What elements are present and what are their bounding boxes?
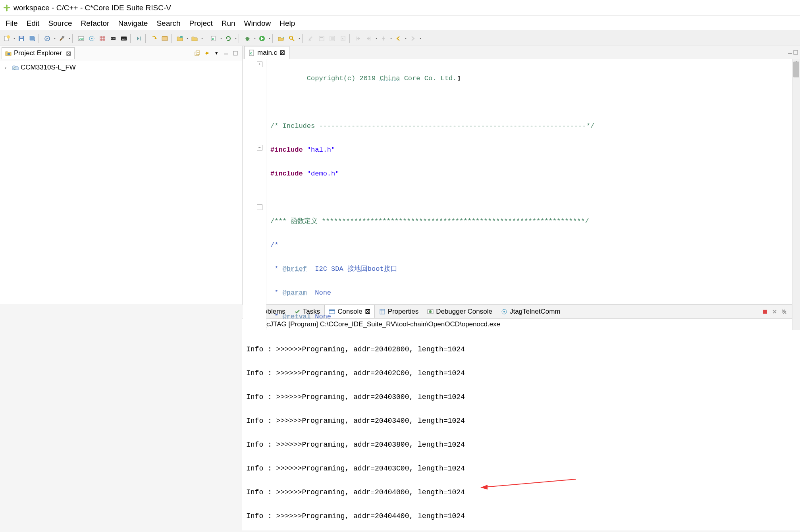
menu-help[interactable]: Help — [276, 17, 299, 29]
scroll-thumb[interactable] — [793, 62, 799, 77]
svg-rect-43 — [319, 36, 324, 41]
new-dropdown[interactable]: ▾ — [12, 33, 16, 44]
editor-minimize-icon[interactable] — [787, 50, 793, 55]
editor-tab-close-icon[interactable]: ⊠ — [280, 48, 285, 57]
project-explorer-close-icon[interactable]: ⊠ — [64, 50, 71, 57]
svg-text:010: 010 — [79, 37, 84, 40]
editor-tab-main-c[interactable]: c main.c ⊠ — [244, 46, 289, 59]
tool-skip[interactable] — [134, 33, 144, 44]
tool-register[interactable] — [160, 33, 170, 44]
save-all-button[interactable] — [27, 33, 37, 44]
search-button[interactable] — [287, 33, 297, 44]
collapse-all-icon[interactable] — [193, 49, 202, 58]
new-c-button[interactable]: c — [208, 33, 219, 44]
new-project-button[interactable] — [189, 33, 200, 44]
project-explorer-tab[interactable]: Project Explorer ⊠ — [2, 47, 75, 59]
svg-text:CPU: CPU — [111, 37, 116, 40]
nav-01[interactable] — [353, 33, 363, 44]
new-c-dropdown[interactable]: ▾ — [219, 33, 223, 44]
tool-stepinto[interactable] — [149, 33, 159, 44]
new-folder-dropdown[interactable]: ▾ — [185, 33, 189, 44]
nav-02-dropdown[interactable]: ▾ — [374, 33, 378, 44]
run-dropdown[interactable]: ▾ — [268, 33, 271, 44]
fold-collapse-icon-2[interactable]: − — [257, 204, 262, 210]
svg-point-3 — [6, 9, 8, 11]
new-button[interactable] — [2, 33, 12, 44]
save-button[interactable] — [16, 33, 27, 44]
svg-text:c: c — [212, 37, 214, 41]
hammer-dropdown[interactable]: ▾ — [67, 33, 71, 44]
hammer-button[interactable] — [57, 33, 67, 44]
svg-point-1 — [6, 4, 8, 7]
menu-refactor[interactable]: Refactor — [77, 17, 114, 29]
tool-010[interactable]: 010 — [76, 33, 86, 44]
svg-text:+: + — [181, 36, 182, 38]
maximize-icon[interactable] — [231, 49, 240, 58]
tool-grid[interactable] — [97, 33, 108, 44]
svg-line-37 — [245, 40, 246, 40]
edit-02[interactable] — [316, 33, 327, 44]
new-project-dropdown[interactable]: ▾ — [200, 33, 204, 44]
project-explorer-label: Project Explorer — [14, 49, 62, 57]
edit-01[interactable] — [306, 33, 316, 44]
menu-project[interactable]: Project — [185, 17, 217, 29]
expand-icon[interactable]: › — [5, 65, 10, 70]
svg-rect-42 — [309, 36, 312, 39]
console-output[interactable]: Info : >>>>>>Programing, addr=20402800, … — [242, 330, 800, 530]
svg-rect-9 — [20, 36, 23, 38]
nav-03-dropdown[interactable]: ▾ — [389, 33, 393, 44]
tool-terminal[interactable]: C:\ — [119, 33, 129, 44]
debug-dropdown[interactable]: ▾ — [253, 33, 256, 44]
tree-item-label[interactable]: CCM3310S-L_FW — [21, 64, 76, 71]
sidebar: Project Explorer ⊠ ▾ › C CCM3310S-L_FW — [0, 46, 242, 304]
tool-1-dropdown[interactable]: ▾ — [53, 33, 56, 44]
debug-button[interactable] — [242, 33, 253, 44]
work-area: Project Explorer ⊠ ▾ › C CCM3310S-L_FW c… — [0, 46, 800, 304]
tool-1[interactable] — [42, 33, 52, 44]
forward-button[interactable] — [408, 33, 418, 44]
open-resource-button[interactable] — [276, 33, 286, 44]
minimize-icon[interactable] — [222, 49, 230, 58]
editor-maximize-icon[interactable] — [793, 50, 798, 55]
edit-03[interactable] — [327, 33, 337, 44]
menu-window[interactable]: Window — [240, 17, 275, 29]
menu-navigate[interactable]: Navigate — [114, 17, 152, 29]
svg-point-0 — [6, 7, 8, 9]
tool-cpu[interactable]: CPU — [108, 33, 118, 44]
project-icon: C — [12, 64, 19, 71]
nav-03[interactable] — [378, 33, 389, 44]
menu-file[interactable]: File — [2, 17, 22, 29]
svg-line-41 — [292, 39, 294, 41]
refresh-dropdown[interactable]: ▾ — [234, 33, 237, 44]
fold-expand-icon[interactable]: + — [257, 62, 262, 67]
window-title: workspace - C/C++ - C*Core IDE Suite RIS… — [13, 4, 171, 12]
new-folder-button[interactable]: + — [175, 33, 185, 44]
forward-dropdown[interactable]: ▾ — [418, 33, 422, 44]
search-dropdown[interactable]: ▾ — [297, 33, 301, 44]
tree-item-project[interactable]: › C CCM3310S-L_FW — [2, 63, 240, 72]
svg-rect-18 — [100, 36, 105, 41]
title-bar: workspace - C/C++ - C*Core IDE Suite RIS… — [0, 0, 800, 16]
svg-rect-28 — [162, 37, 168, 40]
back-dropdown[interactable]: ▾ — [404, 33, 407, 44]
menu-search[interactable]: Search — [152, 17, 184, 29]
svg-point-40 — [289, 36, 293, 39]
editor-tabs: c main.c ⊠ — [243, 46, 800, 59]
view-menu-icon[interactable]: ▾ — [212, 49, 221, 58]
run-button[interactable] — [257, 33, 267, 44]
edit-04[interactable]: ¶ — [338, 33, 348, 44]
nav-02[interactable] — [364, 33, 374, 44]
back-button[interactable] — [393, 33, 403, 44]
tool-target[interactable] — [87, 33, 97, 44]
menu-run[interactable]: Run — [218, 17, 239, 29]
console-line: Info : >>>>>>Programing, addr=20402C00, … — [246, 367, 796, 379]
menu-source[interactable]: Source — [44, 17, 76, 29]
project-explorer-header: Project Explorer ⊠ ▾ — [0, 46, 242, 60]
menu-edit[interactable]: Edit — [23, 17, 44, 29]
link-editor-icon[interactable] — [202, 49, 211, 58]
console-line: Info : >>>>>>Programing, addr=20402800, … — [246, 343, 796, 355]
svg-rect-27 — [140, 37, 141, 40]
refresh-button[interactable] — [223, 33, 233, 44]
fold-collapse-icon[interactable]: − — [257, 145, 262, 150]
svg-text:C:\: C:\ — [122, 37, 125, 40]
